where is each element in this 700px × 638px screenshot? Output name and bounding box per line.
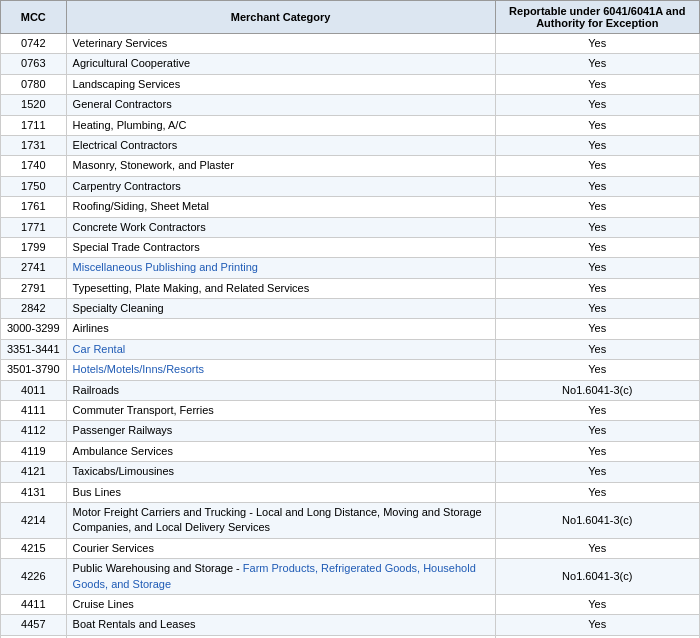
mcc-cell: 4214 — [1, 502, 67, 538]
merchant-cell: Boat Rentals and Leases — [66, 615, 495, 635]
merchant-cell: Ambulance Services — [66, 441, 495, 461]
mcc-cell: 1711 — [1, 115, 67, 135]
merchant-cell: Specialty Cleaning — [66, 299, 495, 319]
merchant-cell: Cruise Lines — [66, 594, 495, 614]
reportable-cell: Yes — [495, 135, 700, 155]
mcc-cell: 0742 — [1, 34, 67, 54]
reportable-cell: Yes — [495, 217, 700, 237]
mcc-cell: 1731 — [1, 135, 67, 155]
merchant-cell: Agricultural Cooperative — [66, 54, 495, 74]
reportable-cell: Yes — [495, 319, 700, 339]
mcc-cell: 4215 — [1, 538, 67, 558]
mcc-cell: 2741 — [1, 258, 67, 278]
merchant-cell: Carpentry Contractors — [66, 176, 495, 196]
merchant-cell: Taxicabs/Limousines — [66, 462, 495, 482]
table-row: 4112Passenger RailwaysYes — [1, 421, 700, 441]
mcc-cell: 0780 — [1, 74, 67, 94]
reportable-cell: Yes — [495, 237, 700, 257]
reportable-cell: Yes — [495, 594, 700, 614]
reportable-cell: Yes — [495, 421, 700, 441]
merchant-cell: Motor Freight Carriers and Trucking - Lo… — [66, 502, 495, 538]
merchant-cell: Special Trade Contractors — [66, 237, 495, 257]
merchant-cell: Landscaping Services — [66, 74, 495, 94]
mcc-cell: 3501-3790 — [1, 360, 67, 380]
reportable-cell: Yes — [495, 115, 700, 135]
table-row: 4411Cruise LinesYes — [1, 594, 700, 614]
merchant-cell: Veterinary Services — [66, 34, 495, 54]
merchant-cell: Courier Services — [66, 538, 495, 558]
merchant-cell: Masonry, Stonework, and Plaster — [66, 156, 495, 176]
mcc-cell: 1799 — [1, 237, 67, 257]
table-row: 1750Carpentry ContractorsYes — [1, 176, 700, 196]
merchant-cell: Hotels/Motels/Inns/Resorts — [66, 360, 495, 380]
mcc-cell: 3000-3299 — [1, 319, 67, 339]
merchant-cell: Airlines — [66, 319, 495, 339]
table-row: 1711Heating, Plumbing, A/CYes — [1, 115, 700, 135]
table-row: 3501-3790Hotels/Motels/Inns/ResortsYes — [1, 360, 700, 380]
merchant-cell: Typesetting, Plate Making, and Related S… — [66, 278, 495, 298]
table-row: 3000-3299AirlinesYes — [1, 319, 700, 339]
reportable-cell: Yes — [495, 401, 700, 421]
reportable-cell: Yes — [495, 538, 700, 558]
table-row: 0763Agricultural CooperativeYes — [1, 54, 700, 74]
reportable-cell: Yes — [495, 482, 700, 502]
merchant-cell: General Contractors — [66, 95, 495, 115]
table-row: 1740Masonry, Stonework, and PlasterYes — [1, 156, 700, 176]
merchant-link[interactable]: Miscellaneous Publishing and Printing — [73, 261, 258, 273]
mcc-cell: 1750 — [1, 176, 67, 196]
table-row: 2791Typesetting, Plate Making, and Relat… — [1, 278, 700, 298]
merchant-cell: Passenger Railways — [66, 421, 495, 441]
mcc-cell: 4112 — [1, 421, 67, 441]
merchant-cell: Bus Lines — [66, 482, 495, 502]
mcc-cell: 2842 — [1, 299, 67, 319]
mcc-cell: 4226 — [1, 559, 67, 595]
merchant-cell: Roofing/Siding, Sheet Metal — [66, 197, 495, 217]
reportable-cell: Yes — [495, 278, 700, 298]
mcc-cell: 1771 — [1, 217, 67, 237]
reportable-cell: Yes — [495, 462, 700, 482]
table-row: 4011RailroadsNo1.6041-3(c) — [1, 380, 700, 400]
table-row: 1771Concrete Work ContractorsYes — [1, 217, 700, 237]
reportable-cell: Yes — [495, 615, 700, 635]
mcc-cell: 4119 — [1, 441, 67, 461]
reportable-cell: No1.6041-3(c) — [495, 502, 700, 538]
reportable-cell: No1.6041-3(c) — [495, 380, 700, 400]
table-row: 0742Veterinary ServicesYes — [1, 34, 700, 54]
table-row: 2842Specialty CleaningYes — [1, 299, 700, 319]
header-reportable: Reportable under 6041/6041A and Authorit… — [495, 1, 700, 34]
table-row: 1761Roofing/Siding, Sheet MetalYes — [1, 197, 700, 217]
table-row: 4131Bus LinesYes — [1, 482, 700, 502]
merchant-link[interactable]: Hotels/Motels/Inns/Resorts — [73, 363, 204, 375]
table-row: 2741Miscellaneous Publishing and Printin… — [1, 258, 700, 278]
mcc-cell: 4457 — [1, 615, 67, 635]
mcc-cell: 0763 — [1, 54, 67, 74]
merchant-cell: Concrete Work Contractors — [66, 217, 495, 237]
merchant-link[interactable]: Car Rental — [73, 343, 126, 355]
reportable-cell: Yes — [495, 54, 700, 74]
merchant-cell: Commuter Transport, Ferries — [66, 401, 495, 421]
reportable-cell: Yes — [495, 299, 700, 319]
table-row: 4457Boat Rentals and LeasesYes — [1, 615, 700, 635]
mcc-cell: 4111 — [1, 401, 67, 421]
mcc-cell: 4121 — [1, 462, 67, 482]
mcc-cell: 1740 — [1, 156, 67, 176]
table-row: 1731Electrical ContractorsYes — [1, 135, 700, 155]
table-row: 1520General ContractorsYes — [1, 95, 700, 115]
header-merchant: Merchant Category — [66, 1, 495, 34]
reportable-cell: Yes — [495, 441, 700, 461]
table-row: 0780Landscaping ServicesYes — [1, 74, 700, 94]
table-row: 3351-3441Car RentalYes — [1, 339, 700, 359]
mcc-cell: 4411 — [1, 594, 67, 614]
table-row: 4214Motor Freight Carriers and Trucking … — [1, 502, 700, 538]
mcc-cell: 1761 — [1, 197, 67, 217]
merchant-cell: Railroads — [66, 380, 495, 400]
merchant-cell: Public Warehousing and Storage - Farm Pr… — [66, 559, 495, 595]
merchant-cell: Electrical Contractors — [66, 135, 495, 155]
header-mcc: MCC — [1, 1, 67, 34]
reportable-cell: Yes — [495, 258, 700, 278]
reportable-cell: No1.6041-3(c) — [495, 559, 700, 595]
table-row: 4215Courier ServicesYes — [1, 538, 700, 558]
table-row: 4111Commuter Transport, FerriesYes — [1, 401, 700, 421]
mcc-cell: 4131 — [1, 482, 67, 502]
table-row: 4119Ambulance ServicesYes — [1, 441, 700, 461]
